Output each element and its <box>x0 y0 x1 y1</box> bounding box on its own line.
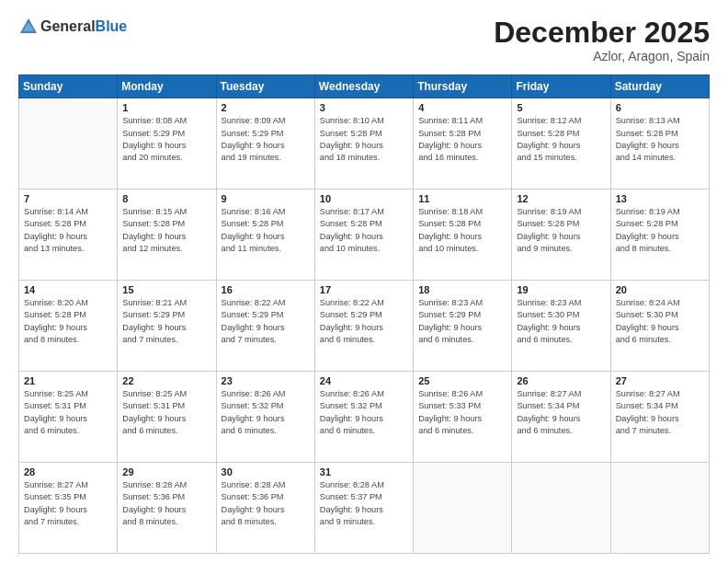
day-header-saturday: Saturday <box>610 75 709 98</box>
calendar-cell: 27Sunrise: 8:27 AM Sunset: 5:34 PM Dayli… <box>610 372 709 463</box>
calendar-header-row: SundayMondayTuesdayWednesdayThursdayFrid… <box>19 75 710 98</box>
calendar-cell: 7Sunrise: 8:14 AM Sunset: 5:28 PM Daylig… <box>19 190 118 281</box>
calendar-cell: 18Sunrise: 8:23 AM Sunset: 5:29 PM Dayli… <box>414 281 512 372</box>
calendar-cell: 26Sunrise: 8:27 AM Sunset: 5:34 PM Dayli… <box>512 372 610 463</box>
logo-text-blue: Blue <box>96 18 128 35</box>
month-title: December 2025 <box>494 17 710 49</box>
day-info: Sunrise: 8:12 AM Sunset: 5:28 PM Dayligh… <box>517 115 605 164</box>
calendar-cell: 21Sunrise: 8:25 AM Sunset: 5:31 PM Dayli… <box>19 372 118 463</box>
calendar-cell: 28Sunrise: 8:27 AM Sunset: 5:35 PM Dayli… <box>19 463 118 554</box>
calendar-cell: 31Sunrise: 8:28 AM Sunset: 5:37 PM Dayli… <box>314 463 413 554</box>
day-info: Sunrise: 8:19 AM Sunset: 5:28 PM Dayligh… <box>517 206 605 255</box>
day-number: 20 <box>616 284 704 295</box>
day-number: 8 <box>122 193 210 204</box>
calendar-cell: 2Sunrise: 8:09 AM Sunset: 5:29 PM Daylig… <box>216 98 314 190</box>
day-info: Sunrise: 8:28 AM Sunset: 5:37 PM Dayligh… <box>320 479 408 528</box>
day-number: 11 <box>418 193 506 204</box>
day-info: Sunrise: 8:28 AM Sunset: 5:36 PM Dayligh… <box>122 479 210 528</box>
day-number: 4 <box>418 102 506 113</box>
title-block: December 2025 Azlor, Aragon, Spain <box>494 17 710 63</box>
calendar-cell: 25Sunrise: 8:26 AM Sunset: 5:33 PM Dayli… <box>414 372 512 463</box>
day-header-thursday: Thursday <box>414 75 512 98</box>
day-number: 13 <box>616 193 704 204</box>
day-info: Sunrise: 8:18 AM Sunset: 5:28 PM Dayligh… <box>418 206 506 255</box>
calendar-cell: 30Sunrise: 8:28 AM Sunset: 5:36 PM Dayli… <box>216 463 314 554</box>
day-number: 24 <box>320 375 408 386</box>
day-info: Sunrise: 8:25 AM Sunset: 5:31 PM Dayligh… <box>24 388 112 437</box>
day-info: Sunrise: 8:22 AM Sunset: 5:29 PM Dayligh… <box>222 297 310 346</box>
calendar-cell: 13Sunrise: 8:19 AM Sunset: 5:28 PM Dayli… <box>610 190 709 281</box>
day-info: Sunrise: 8:25 AM Sunset: 5:31 PM Dayligh… <box>122 388 210 437</box>
day-header-wednesday: Wednesday <box>314 75 413 98</box>
day-number: 5 <box>517 102 605 113</box>
calendar-cell: 29Sunrise: 8:28 AM Sunset: 5:36 PM Dayli… <box>118 463 216 554</box>
day-info: Sunrise: 8:26 AM Sunset: 5:32 PM Dayligh… <box>320 388 408 437</box>
calendar-cell: 4Sunrise: 8:11 AM Sunset: 5:28 PM Daylig… <box>414 98 512 190</box>
day-number: 27 <box>616 375 704 386</box>
day-info: Sunrise: 8:11 AM Sunset: 5:28 PM Dayligh… <box>418 115 506 164</box>
calendar-table: SundayMondayTuesdayWednesdayThursdayFrid… <box>18 75 710 554</box>
day-info: Sunrise: 8:27 AM Sunset: 5:34 PM Dayligh… <box>517 388 605 437</box>
calendar-cell <box>512 463 610 554</box>
week-row-5: 28Sunrise: 8:27 AM Sunset: 5:35 PM Dayli… <box>19 463 710 554</box>
day-number: 14 <box>24 284 112 295</box>
day-info: Sunrise: 8:21 AM Sunset: 5:29 PM Dayligh… <box>122 297 210 346</box>
calendar-cell: 1Sunrise: 8:08 AM Sunset: 5:29 PM Daylig… <box>118 98 216 190</box>
calendar-cell <box>19 98 118 190</box>
location-text: Azlor, Aragon, Spain <box>494 49 710 63</box>
day-number: 17 <box>320 284 408 295</box>
day-info: Sunrise: 8:26 AM Sunset: 5:33 PM Dayligh… <box>418 388 506 437</box>
calendar-cell <box>610 463 709 554</box>
day-number: 3 <box>320 102 408 113</box>
day-info: Sunrise: 8:14 AM Sunset: 5:28 PM Dayligh… <box>24 206 112 255</box>
day-number: 7 <box>24 193 112 204</box>
day-number: 1 <box>122 102 210 113</box>
page-header: General Blue December 2025 Azlor, Aragon… <box>18 17 710 63</box>
logo-text-general: General <box>40 18 96 35</box>
day-info: Sunrise: 8:23 AM Sunset: 5:29 PM Dayligh… <box>418 297 506 346</box>
day-info: Sunrise: 8:10 AM Sunset: 5:28 PM Dayligh… <box>320 115 408 164</box>
day-number: 9 <box>222 193 310 204</box>
day-info: Sunrise: 8:22 AM Sunset: 5:29 PM Dayligh… <box>320 297 408 346</box>
day-header-sunday: Sunday <box>19 75 118 98</box>
day-number: 30 <box>222 466 310 477</box>
calendar-cell: 5Sunrise: 8:12 AM Sunset: 5:28 PM Daylig… <box>512 98 610 190</box>
calendar-cell: 16Sunrise: 8:22 AM Sunset: 5:29 PM Dayli… <box>216 281 314 372</box>
day-number: 26 <box>517 375 605 386</box>
day-number: 16 <box>222 284 310 295</box>
calendar-cell: 20Sunrise: 8:24 AM Sunset: 5:30 PM Dayli… <box>610 281 709 372</box>
day-info: Sunrise: 8:20 AM Sunset: 5:28 PM Dayligh… <box>24 297 112 346</box>
day-number: 10 <box>320 193 408 204</box>
day-number: 2 <box>222 102 310 113</box>
day-info: Sunrise: 8:08 AM Sunset: 5:29 PM Dayligh… <box>122 115 210 164</box>
calendar-cell: 6Sunrise: 8:13 AM Sunset: 5:28 PM Daylig… <box>610 98 709 190</box>
day-number: 29 <box>122 466 210 477</box>
day-info: Sunrise: 8:13 AM Sunset: 5:28 PM Dayligh… <box>616 115 704 164</box>
day-info: Sunrise: 8:27 AM Sunset: 5:35 PM Dayligh… <box>24 479 112 528</box>
calendar-cell: 9Sunrise: 8:16 AM Sunset: 5:28 PM Daylig… <box>216 190 314 281</box>
day-number: 28 <box>24 466 112 477</box>
day-info: Sunrise: 8:15 AM Sunset: 5:28 PM Dayligh… <box>122 206 210 255</box>
day-info: Sunrise: 8:17 AM Sunset: 5:28 PM Dayligh… <box>320 206 408 255</box>
calendar-cell: 23Sunrise: 8:26 AM Sunset: 5:32 PM Dayli… <box>216 372 314 463</box>
day-info: Sunrise: 8:27 AM Sunset: 5:34 PM Dayligh… <box>616 388 704 437</box>
calendar-cell: 14Sunrise: 8:20 AM Sunset: 5:28 PM Dayli… <box>19 281 118 372</box>
day-number: 6 <box>616 102 704 113</box>
calendar-cell: 8Sunrise: 8:15 AM Sunset: 5:28 PM Daylig… <box>118 190 216 281</box>
calendar-cell: 19Sunrise: 8:23 AM Sunset: 5:30 PM Dayli… <box>512 281 610 372</box>
calendar-cell: 15Sunrise: 8:21 AM Sunset: 5:29 PM Dayli… <box>118 281 216 372</box>
day-number: 31 <box>320 466 408 477</box>
day-number: 19 <box>517 284 605 295</box>
calendar-cell: 24Sunrise: 8:26 AM Sunset: 5:32 PM Dayli… <box>314 372 413 463</box>
week-row-2: 7Sunrise: 8:14 AM Sunset: 5:28 PM Daylig… <box>19 190 710 281</box>
day-number: 18 <box>418 284 506 295</box>
day-info: Sunrise: 8:09 AM Sunset: 5:29 PM Dayligh… <box>222 115 310 164</box>
day-header-tuesday: Tuesday <box>216 75 314 98</box>
day-number: 21 <box>24 375 112 386</box>
day-info: Sunrise: 8:19 AM Sunset: 5:28 PM Dayligh… <box>616 206 704 255</box>
logo-icon <box>18 17 39 37</box>
day-header-friday: Friday <box>512 75 610 98</box>
calendar-cell: 17Sunrise: 8:22 AM Sunset: 5:29 PM Dayli… <box>314 281 413 372</box>
day-info: Sunrise: 8:28 AM Sunset: 5:36 PM Dayligh… <box>222 479 310 528</box>
day-number: 22 <box>122 375 210 386</box>
